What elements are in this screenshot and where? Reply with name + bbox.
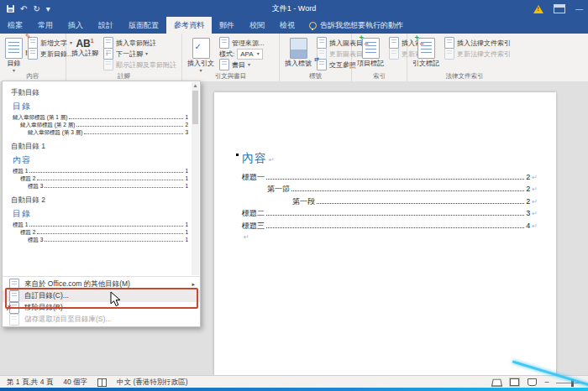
tab-review[interactable]: 校閱 [242, 17, 272, 34]
update-table-of-authorities-button[interactable]: 更新法律文件索引 [444, 49, 511, 59]
tell-me-label: 告訴我您想要執行的動作 [320, 20, 403, 31]
preview-page: 1 [185, 168, 188, 174]
ribbon-display-options-icon[interactable] [554, 4, 565, 13]
style-combobox[interactable]: APA ▾ [237, 49, 262, 60]
toc-entry[interactable]: 第一節2↵ [242, 184, 538, 196]
tab-view[interactable]: 檢視 [272, 17, 302, 34]
add-text-icon: ✎ [28, 37, 38, 49]
gallery-item-auto-toc-1[interactable]: 內容 標題 11 標題 21 標題 31 [13, 154, 188, 190]
title-bar: ↶ ↻ ▾ 文件1 - Word — [0, 0, 588, 18]
dot-leader [69, 118, 183, 119]
zoom-out-button[interactable]: − [544, 378, 549, 387]
paragraph-mark: ↵ [244, 233, 249, 241]
proofing-icon[interactable] [97, 378, 107, 387]
insert-endnote-icon [103, 37, 113, 49]
web-layout-button[interactable] [527, 378, 538, 387]
insert-index-icon [389, 37, 399, 49]
preview-entry: 鍵入章節標題 (第 2 層) [20, 122, 75, 129]
gallery-section-auto-toc-1: 自動目錄 1 [11, 142, 188, 152]
update-index-icon [389, 48, 399, 60]
group-label-toa: 法律文件索引 [407, 72, 522, 81]
menu-item-more-from-office[interactable]: 來自於 Office.com 的其他目錄(M) ▸ [3, 279, 200, 290]
insert-caption-icon [290, 38, 307, 59]
word-count[interactable]: 40 個字 [63, 378, 87, 388]
menu-item-save-selection[interactable]: 儲存選取項目至目錄庫(S)... [3, 314, 200, 326]
gallery-item-manual-toc[interactable]: 目錄 鍵入章節標題 (第 1 層)1 鍵入章節標題 (第 2 層)2 鍵入章節標… [13, 101, 188, 137]
show-notes-button[interactable]: 顯示註腳及章節附註 [103, 60, 176, 70]
toc-entry[interactable]: 標題三4↵ [242, 221, 538, 232]
paragraph-mark: ↵ [269, 156, 276, 164]
toc-entry[interactable]: 第一段2↵ [242, 196, 538, 208]
outline-bullet [236, 154, 239, 156]
toc-entry-page: 3 [526, 209, 530, 217]
insert-caption-button[interactable]: 插入標號 [282, 36, 314, 72]
tab-layout[interactable]: 版面配置 [121, 17, 166, 34]
dot-leader [37, 180, 183, 180]
preview-entry: 標題 1 [13, 168, 28, 175]
next-footnote-label: 下一註腳 [116, 50, 143, 59]
update-toa-label: 更新法律文件索引 [457, 50, 511, 59]
custom-toc-icon [9, 290, 19, 302]
dot-leader [266, 227, 524, 228]
language-indicator[interactable]: 中文 (香港特別行政區) [117, 378, 188, 388]
toc-entry[interactable]: 標題一2↵ [242, 172, 538, 184]
toc-button-label: 目錄 [8, 60, 21, 68]
insert-endnote-button[interactable]: 插入章節附註 [103, 38, 176, 48]
mark-entry-label: 項目標記 [357, 60, 384, 68]
manage-sources-button[interactable]: 管理來源... [219, 38, 265, 48]
tab-references[interactable]: 參考資料 [166, 17, 212, 34]
update-toc-icon: ! [28, 48, 38, 60]
insert-table-of-authorities-button[interactable]: 插入法律文件索引 [444, 38, 511, 48]
mark-entry-button[interactable]: +− 項目標記 [354, 36, 386, 72]
gallery-scrollbar[interactable]: ▲ [192, 82, 199, 275]
paragraph-mark: ↵ [532, 198, 538, 206]
dot-leader [29, 226, 183, 227]
next-footnote-icon: ↓ [103, 48, 113, 60]
toc-entry-page: 2 [526, 173, 530, 181]
style-label: 樣式: [219, 50, 234, 59]
mark-citation-button[interactable]: +− 引文標記 [410, 36, 442, 72]
group-table-of-contents: 目錄 ▾ ✎ 新增文字 ▾ ! 更新目錄... 內容 [0, 34, 66, 81]
bibliography-label: 書目 [232, 60, 245, 70]
preview-title: 目錄 [13, 101, 188, 112]
insert-footnote-label: 插入註腳 [71, 50, 98, 58]
paragraph-mark: ↵ [532, 174, 538, 181]
gallery-item-auto-toc-2[interactable]: 目錄 標題 11 標題 21 標題 31 [13, 208, 188, 244]
tab-insert[interactable]: 插入 [60, 17, 91, 34]
minimize-button[interactable]: — [575, 5, 583, 13]
page-info[interactable]: 第 1 頁,共 4 頁 [7, 378, 53, 388]
toc-entry-text: 第一段 [292, 196, 315, 207]
bibliography-button[interactable]: 書目 ▾ [219, 60, 265, 70]
preview-page: 3 [185, 129, 188, 135]
toc-entry-text: 標題三 [242, 221, 265, 232]
toc-dropdown-menu: 手動目錄 目錄 鍵入章節標題 (第 1 層)1 鍵入章節標題 (第 2 層)2 … [2, 81, 201, 327]
tell-me-box[interactable]: 告訴我您想要執行的動作 [302, 17, 410, 34]
document-toc: 標題一2↵ 第一節2↵ 第一段2↵ 標題二3↵ 標題三4↵ [242, 172, 538, 232]
tab-home[interactable]: 常用 [30, 17, 60, 34]
scrollbar-thumb[interactable] [192, 91, 198, 124]
read-mode-button[interactable] [491, 378, 502, 387]
document-toc-heading: 內容↵ [242, 151, 276, 166]
tab-file[interactable]: 檔案 [0, 17, 30, 34]
tab-design[interactable]: 設計 [91, 17, 121, 34]
dot-leader [45, 241, 183, 242]
toc-gallery-button[interactable]: 目錄 ▾ [3, 36, 25, 72]
mark-citation-icon: +− [417, 38, 435, 59]
update-toa-icon [444, 48, 454, 60]
toc-entry[interactable]: 標題二3↵ [242, 208, 538, 220]
menu-item-custom-toc[interactable]: 自訂目錄(C)... [3, 290, 200, 302]
scroll-up-icon[interactable]: ▲ [192, 82, 199, 90]
preview-entry: 鍵入章節標題 (第 3 層) [28, 129, 82, 137]
footnote-ab1-icon: AB1 [76, 38, 93, 49]
tab-mailings[interactable]: 郵件 [212, 17, 242, 34]
mouse-cursor [110, 291, 121, 307]
warning-icon[interactable] [533, 5, 543, 13]
insert-footnote-button[interactable]: AB1 插入註腳 [69, 36, 101, 72]
mark-entry-icon: +− [362, 38, 380, 59]
preview-title: 目錄 [13, 208, 188, 220]
document-page[interactable]: 內容↵ 標題一2↵ 第一節2↵ 第一段2↵ 標題二3↵ 標題三4↵ ↵ [214, 92, 556, 375]
menu-item-remove-toc[interactable]: ✗ 移除目錄(R) [3, 302, 200, 314]
next-footnote-button[interactable]: ↓ 下一註腳 ▾ [103, 49, 176, 59]
insert-citation-button[interactable]: ✓ 插入引文 ▾ [185, 36, 217, 72]
print-layout-button[interactable] [509, 378, 520, 387]
